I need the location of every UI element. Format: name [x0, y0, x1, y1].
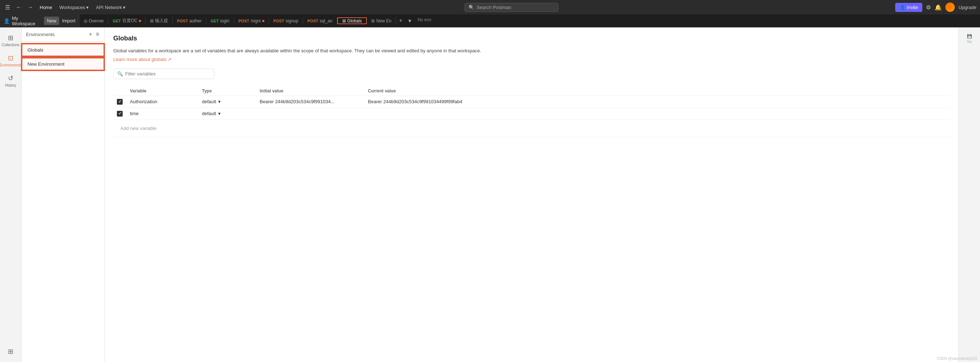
history-icon: ↺ — [8, 74, 13, 82]
avatar[interactable] — [945, 3, 955, 12]
workspace-name: My Workspace — [12, 16, 42, 26]
main-content: Globals Global variables for a workspace… — [105, 27, 958, 362]
type-cell-time: default ▾ — [202, 111, 253, 116]
tab-login[interactable]: GET login — [206, 18, 234, 24]
learn-more-link[interactable]: Learn more about globals ↗ — [113, 57, 171, 62]
invite-button[interactable]: 👤 Invite — [895, 3, 922, 12]
left-panel-title: Environments — [26, 32, 86, 37]
col-current-value-header: Current value — [364, 86, 950, 96]
sidebar-item-environments[interactable]: ⊡ Environments — [1, 51, 21, 70]
initial-value-authorization[interactable]: Bearer 244b9d203c534c9f991034... — [256, 96, 364, 108]
input-icon: ⊞ — [150, 18, 154, 24]
upgrade-button[interactable]: Upgrade — [958, 5, 977, 10]
save-button[interactable]: 💾 Sa — [964, 31, 975, 46]
chevron-down-icon[interactable]: ▾ — [218, 99, 221, 104]
sidebar: ⊞ Collections ⊡ Environments ↺ History ⊞ — [0, 27, 22, 362]
method-label: POST — [307, 19, 318, 23]
tab-overview[interactable]: ◎ Overvie — [80, 18, 108, 24]
new-button[interactable]: New — [44, 17, 59, 25]
collections-icon: ⊞ — [8, 34, 13, 42]
row-checkbox-time[interactable] — [117, 111, 123, 116]
globals-icon: ⊞ — [342, 18, 346, 24]
add-variable-button[interactable]: Add new variable — [117, 123, 946, 134]
col-type-header: Type — [198, 86, 256, 96]
tab-input[interactable]: ⊞ 输入提 — [146, 18, 173, 24]
variable-name-time: time — [126, 108, 198, 120]
method-label: GET — [113, 19, 121, 23]
tab-signup[interactable]: POST signup — [269, 18, 303, 24]
chevron-down-icon[interactable]: ▾ — [218, 111, 221, 116]
tab-globals[interactable]: ⊞ Globals — [337, 18, 367, 24]
environment-list: Globals New Environment — [22, 41, 104, 73]
add-environment-button[interactable]: + — [88, 30, 93, 38]
tab-auther[interactable]: POST auther — [173, 18, 206, 24]
left-panel-header: Environments + ≡ — [22, 27, 104, 41]
tab-sql-an[interactable]: POST sql_an — [303, 18, 337, 24]
home-link[interactable]: Home — [38, 5, 54, 10]
col-variable-header: Variable — [126, 86, 198, 96]
sidebar-item-apps[interactable]: ⊞ — [1, 344, 21, 359]
env-item-new-environment[interactable]: New Environment — [22, 58, 104, 70]
search-icon: 🔍 — [469, 5, 474, 10]
bell-icon[interactable]: 🔔 — [935, 4, 942, 11]
attribution: CSDN @xiaomifeng1010 — [937, 357, 977, 360]
sidebar-item-label: History — [5, 83, 16, 87]
method-label: GET — [211, 19, 219, 23]
sidebar-item-label: Environments — [0, 63, 22, 67]
modified-dot — [139, 20, 141, 22]
col-check-header — [113, 86, 126, 96]
hamburger-icon[interactable]: ☰ — [3, 3, 11, 12]
tab-new-env[interactable]: ⊞ New En — [367, 18, 396, 24]
external-link-icon: ↗ — [167, 57, 171, 62]
env-item-globals[interactable]: Globals — [22, 44, 104, 56]
col-initial-value-header: Initial value — [256, 86, 364, 96]
description-text: Global variables for a workspace are a s… — [113, 47, 950, 54]
table-row: time default ▾ — [113, 108, 950, 120]
filter-input[interactable] — [125, 71, 210, 77]
current-value-time[interactable] — [364, 108, 950, 120]
filter-environments-button[interactable]: ≡ — [95, 30, 100, 38]
add-tab-icon[interactable]: + — [396, 18, 405, 24]
table-body: Authorization default ▾ Bearer 244b9d203… — [113, 96, 950, 137]
search-bar[interactable]: 🔍 Search Postman — [465, 3, 558, 12]
method-label: POST — [177, 19, 188, 23]
type-cell-authorization: default ▾ — [202, 99, 253, 104]
type-value-time: default — [202, 111, 216, 116]
row-checkbox-authorization[interactable] — [117, 99, 123, 105]
apps-icon: ⊞ — [8, 348, 13, 356]
workspaces-menu[interactable]: Workspaces ▾ — [57, 5, 91, 10]
invite-user-icon: 👤 — [900, 5, 905, 10]
tab-scroll-icon[interactable]: ▾ — [406, 18, 414, 24]
search-area: 🔍 Search Postman — [130, 3, 892, 12]
current-value-authorization[interactable]: Bearer 244b9d203c534c9f991034499f99fab4 — [364, 96, 950, 108]
api-network-menu[interactable]: API Network ▾ — [94, 5, 128, 10]
save-icon: 💾 — [967, 34, 972, 38]
page-title: Globals — [113, 35, 950, 42]
tab-signin[interactable]: POST /signi — [234, 18, 269, 24]
type-value-authorization: default — [202, 99, 216, 104]
table-row: Authorization default ▾ Bearer 244b9d203… — [113, 96, 950, 108]
tab-baidu[interactable]: GET 百度OC — [108, 18, 146, 24]
tabs-container: ◎ Overvie GET 百度OC ⊞ 输入提 POST auther GET… — [80, 18, 980, 24]
sidebar-item-history[interactable]: ↺ History — [1, 72, 21, 90]
table-row-add: Add new variable — [113, 120, 950, 137]
back-icon[interactable]: ← — [14, 3, 23, 12]
forward-icon[interactable]: → — [26, 3, 35, 12]
environments-icon: ⊡ — [8, 54, 13, 62]
user-icon: 👤 — [3, 18, 10, 24]
nav-right: 👤 Invite ⚙ 🔔 Upgrade — [895, 3, 977, 12]
initial-value-time[interactable] — [256, 108, 364, 120]
filter-bar[interactable]: 🔍 — [113, 69, 214, 79]
left-panel: Environments + ≡ Globals New Environment — [22, 27, 105, 362]
method-label: POST — [239, 19, 249, 23]
nav-left: ☰ ← → Home Workspaces ▾ API Network ▾ — [3, 3, 128, 12]
top-navigation: ☰ ← → Home Workspaces ▾ API Network ▾ 🔍 … — [0, 0, 980, 14]
sidebar-item-collections[interactable]: ⊞ Collections — [1, 31, 21, 50]
method-label: POST — [274, 19, 284, 23]
gear-icon[interactable]: ⚙ — [926, 4, 931, 11]
import-button[interactable]: Import — [62, 17, 75, 25]
newenv-icon: ⊞ — [371, 18, 375, 24]
main-layout: ⊞ Collections ⊡ Environments ↺ History ⊞… — [0, 27, 980, 362]
modified-dot — [262, 20, 264, 22]
filter-search-icon: 🔍 — [117, 71, 123, 77]
